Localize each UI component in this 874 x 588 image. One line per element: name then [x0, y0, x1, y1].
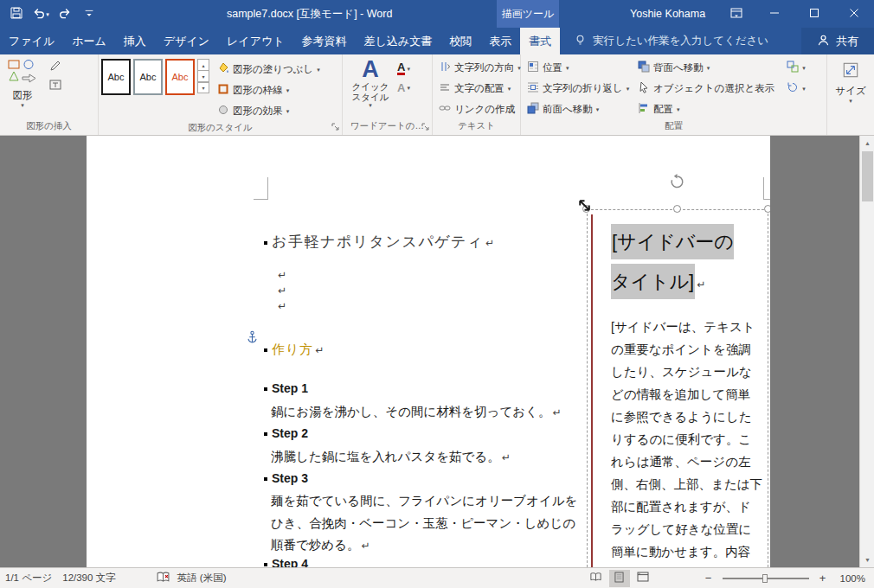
- tab-layout[interactable]: レイアウト: [218, 28, 293, 54]
- shapes-gallery-icon: [8, 59, 37, 86]
- style-gallery-scroll-down-button[interactable]: ▾: [197, 70, 209, 82]
- style-gallery-scroll-up-button[interactable]: ▴: [197, 59, 209, 71]
- tab-file[interactable]: ファイル: [0, 28, 63, 54]
- step-text[interactable]: 鍋にお湯を沸かし、その間に材料を切っておく。↵: [271, 401, 579, 425]
- group-objects-button[interactable]: ▾: [783, 57, 809, 78]
- shape-styles-dialog-launcher[interactable]: [331, 122, 340, 131]
- share-button[interactable]: 共有: [801, 28, 874, 54]
- text-direction-button[interactable]: 文字列の方向 ▾: [435, 57, 524, 78]
- tab-insert[interactable]: 挿入: [115, 28, 155, 54]
- print-layout-button[interactable]: [609, 570, 630, 587]
- vertical-scrollbar[interactable]: ▲ ▼: [859, 136, 874, 567]
- maximize-button[interactable]: [794, 0, 834, 28]
- shape-style-preset-2[interactable]: Abc: [133, 59, 163, 95]
- resize-handle-top-center[interactable]: [673, 205, 681, 213]
- wordart-dialog-launcher[interactable]: [421, 122, 430, 131]
- group-size: サイズ ▾: [827, 54, 874, 135]
- word-window: ▾ sample7.docx [互換モード] - Word 描画ツール Yosh…: [0, 0, 874, 588]
- step-label[interactable]: Step 1: [264, 381, 308, 395]
- redo-button[interactable]: [54, 3, 76, 25]
- edit-shape-button[interactable]: [46, 57, 65, 76]
- undo-dropdown-arrow[interactable]: ▾: [46, 11, 49, 17]
- zoom-slider[interactable]: [723, 573, 809, 584]
- proofing-status-icon[interactable]: [156, 572, 170, 585]
- rotation-handle[interactable]: [669, 174, 684, 193]
- close-button[interactable]: [834, 0, 874, 28]
- group-arrange: 位置 ▾ 文字列の折り返し ▾ 前面へ移動 ▾: [521, 54, 827, 135]
- recipe-title-line[interactable]: お手軽ナポリタンスパゲティ↵: [264, 232, 495, 252]
- create-link-button[interactable]: リンクの作成: [435, 99, 524, 119]
- sidebar-title[interactable]: [サイドバーのタイトル]↵: [611, 222, 741, 304]
- style-gallery-more-button[interactable]: ▾: [197, 81, 209, 93]
- group-objects-icon: [787, 61, 799, 74]
- bring-forward-button[interactable]: 前面へ移動 ▾: [524, 99, 634, 119]
- save-icon: [10, 6, 23, 22]
- recipe-title[interactable]: お手軽ナポリタンスパゲティ: [272, 233, 484, 250]
- shape-effects-dropdown-arrow: ▾: [286, 108, 290, 114]
- tab-format-active[interactable]: 書式: [520, 28, 560, 54]
- step-label[interactable]: Step 3: [264, 471, 308, 485]
- zoom-level-indicator[interactable]: 100%: [840, 573, 865, 584]
- step-text[interactable]: 麺を茹でている間に、フライパンにオリーブオイルをひき、合挽肉・ベーコン・玉葱・ピ…: [271, 490, 579, 558]
- send-backward-button[interactable]: 背面へ移動 ▾: [634, 57, 778, 78]
- shape-outline-button[interactable]: 図形の枠線 ▾: [214, 80, 324, 100]
- read-mode-button[interactable]: [586, 570, 607, 587]
- tab-references[interactable]: 参考資料: [293, 28, 356, 54]
- tab-review[interactable]: 校閲: [440, 28, 480, 54]
- scrollbar-thumb[interactable]: [862, 151, 873, 201]
- document-page[interactable]: お手軽ナポリタンスパゲティ↵ ↵ ↵ ↵ 作り方↵ Step 1 鍋にお湯を沸か…: [87, 136, 770, 567]
- ribbon-display-options-button[interactable]: [725, 3, 748, 25]
- sidebar-body[interactable]: [サイドバーは、テキストの重要なポイントを強調したり、スケジュールなどの情報を追…: [611, 316, 763, 567]
- method-heading[interactable]: 作り方: [272, 342, 313, 356]
- minimize-button[interactable]: [755, 0, 794, 28]
- shape-style-preset-3[interactable]: Abc: [165, 59, 195, 95]
- resize-handle-top-left[interactable]: [582, 205, 590, 213]
- minimize-icon: [769, 8, 780, 21]
- paragraph-mark: ↵: [502, 451, 511, 463]
- zoom-slider-thumb[interactable]: [762, 574, 768, 583]
- account-user-name[interactable]: Yoshie Kohama: [630, 0, 705, 28]
- page-number-indicator[interactable]: 1/1 ページ: [5, 572, 52, 585]
- wrap-text-button[interactable]: 文字列の折り返し ▾: [524, 78, 634, 99]
- position-dropdown-arrow: ▾: [566, 65, 569, 71]
- text-outline-button[interactable]: A ▾: [397, 78, 410, 97]
- customize-quick-access-button[interactable]: [78, 3, 100, 25]
- scroll-down-button[interactable]: ▼: [860, 553, 874, 567]
- tab-mailings[interactable]: 差し込み文書: [356, 28, 441, 54]
- zoom-out-button[interactable]: −: [702, 572, 716, 585]
- step-label[interactable]: Step 2: [264, 426, 308, 440]
- bring-forward-dropdown-arrow: ▾: [596, 106, 600, 112]
- align-objects-button[interactable]: 配置 ▾: [634, 99, 778, 119]
- document-canvas: お手軽ナポリタンスパゲティ↵ ↵ ↵ ↵ 作り方↵ Step 1 鍋にお湯を沸か…: [0, 136, 874, 567]
- paragraph-mark: ↵: [362, 540, 370, 552]
- selection-pane-button[interactable]: オブジェクトの選択と表示: [634, 78, 778, 99]
- zoom-in-button[interactable]: +: [816, 572, 830, 585]
- scroll-up-button[interactable]: ▲: [860, 136, 874, 150]
- shape-style-preset-1[interactable]: Abc: [101, 59, 131, 95]
- tab-home[interactable]: ホーム: [63, 28, 115, 54]
- shape-fill-button[interactable]: 図形の塗りつぶし ▾: [214, 59, 324, 80]
- method-heading-line[interactable]: 作り方↵: [264, 342, 325, 358]
- rotate-objects-button[interactable]: ▾: [783, 78, 809, 99]
- tell-me-box[interactable]: 実行したい作業を入力してください: [574, 28, 768, 54]
- paragraph-mark: ↵: [697, 278, 705, 291]
- size-button[interactable]: サイズ ▾: [830, 57, 871, 104]
- position-button[interactable]: 位置 ▾: [524, 57, 634, 78]
- word-count-indicator[interactable]: 12/390 文字: [62, 572, 115, 585]
- step-text[interactable]: 沸騰した鍋に塩を入れパスタを茹でる。↵: [271, 446, 579, 470]
- shapes-gallery-button[interactable]: 図形 ▾: [3, 57, 42, 108]
- step-label[interactable]: Step 4: [264, 557, 308, 567]
- tab-view[interactable]: 表示: [480, 28, 520, 54]
- selected-text-highlight[interactable]: [サイドバーのタイトル]: [611, 224, 734, 299]
- shape-effects-button[interactable]: 図形の効果 ▾: [214, 100, 324, 121]
- wordart-quick-styles-button[interactable]: A クイック スタイル ▾: [345, 57, 395, 108]
- web-layout-button[interactable]: [633, 570, 653, 587]
- save-button[interactable]: [5, 3, 28, 25]
- resize-handle-top-right[interactable]: [764, 205, 770, 213]
- text-fill-button[interactable]: A ▾: [397, 59, 410, 78]
- tab-design[interactable]: デザイン: [155, 28, 218, 54]
- undo-button[interactable]: ▾: [29, 3, 52, 25]
- draw-text-box-button[interactable]: [46, 76, 65, 95]
- align-text-button[interactable]: 文字の配置 ▾: [435, 78, 524, 99]
- language-indicator[interactable]: 英語 (米国): [177, 572, 227, 585]
